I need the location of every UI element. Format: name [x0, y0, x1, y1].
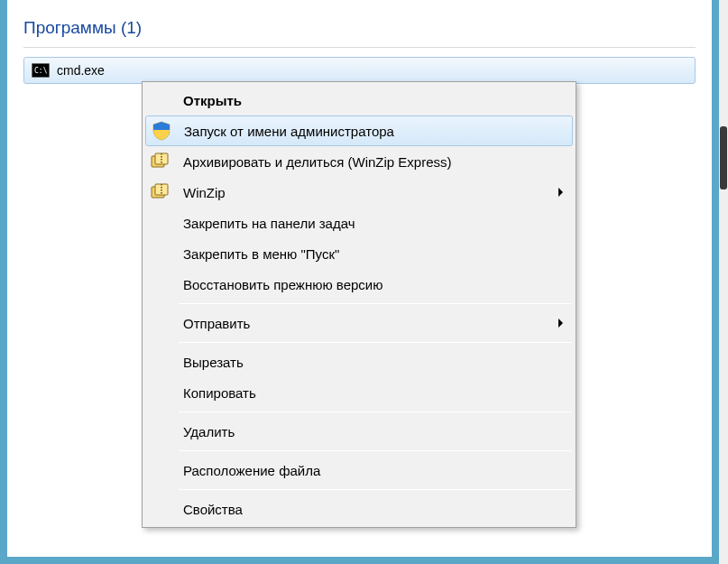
menu-item-send-to[interactable]: Отправить — [144, 308, 574, 338]
menu-label: Свойства — [183, 502, 243, 517]
context-menu: Открыть Запуск от имени администратора А… — [142, 81, 576, 528]
menu-item-properties[interactable]: Свойства — [144, 494, 574, 524]
menu-separator — [179, 489, 572, 490]
menu-item-file-location[interactable]: Расположение файла — [144, 455, 574, 485]
chevron-right-icon — [558, 188, 563, 197]
menu-item-cut[interactable]: Вырезать — [144, 347, 574, 377]
menu-item-pin-start[interactable]: Закрепить в меню "Пуск" — [144, 238, 574, 269]
menu-label: Восстановить прежнюю версию — [183, 277, 382, 292]
menu-label: Расположение файла — [183, 463, 320, 478]
shield-icon — [152, 121, 171, 141]
search-result-item[interactable]: C:\ cmd.exe — [23, 57, 696, 84]
menu-item-copy[interactable]: Копировать — [144, 377, 574, 408]
menu-item-delete[interactable]: Удалить — [144, 416, 574, 447]
menu-separator — [179, 450, 572, 451]
menu-label: Закрепить в меню "Пуск" — [183, 246, 339, 262]
menu-item-pin-taskbar[interactable]: Закрепить на панели задач — [144, 208, 574, 238]
menu-label: Запуск от имени администратора — [184, 124, 394, 139]
menu-separator — [179, 303, 572, 304]
menu-label: Копировать — [183, 385, 256, 401]
winzip-icon — [150, 182, 170, 202]
menu-label: Архивировать и делиться (WinZip Express) — [183, 154, 452, 170]
menu-label: WinZip — [183, 185, 226, 200]
section-header: Программы (1) — [23, 18, 696, 48]
scrollbar-thumb[interactable] — [720, 126, 727, 190]
menu-item-open[interactable]: Открыть — [144, 85, 574, 116]
menu-item-winzip[interactable]: WinZip — [144, 177, 574, 208]
menu-label: Открыть — [183, 93, 242, 108]
chevron-right-icon — [558, 319, 563, 328]
menu-label: Отправить — [183, 316, 250, 331]
menu-item-run-as-admin[interactable]: Запуск от имени администратора — [145, 116, 573, 146]
page-scrollbar[interactable] — [719, 0, 728, 564]
section-title: Программы (1) — [23, 18, 142, 37]
result-label: cmd.exe — [57, 63, 105, 78]
menu-label: Вырезать — [183, 355, 244, 370]
menu-label: Удалить — [183, 424, 235, 439]
menu-separator — [179, 342, 572, 343]
cmd-icon: C:\ — [32, 63, 50, 78]
menu-item-winzip-express[interactable]: Архивировать и делиться (WinZip Express) — [144, 146, 574, 177]
winzip-icon — [150, 152, 170, 171]
menu-item-restore-previous[interactable]: Восстановить прежнюю версию — [144, 269, 574, 300]
menu-separator — [179, 411, 572, 412]
menu-label: Закрепить на панели задач — [183, 216, 355, 231]
